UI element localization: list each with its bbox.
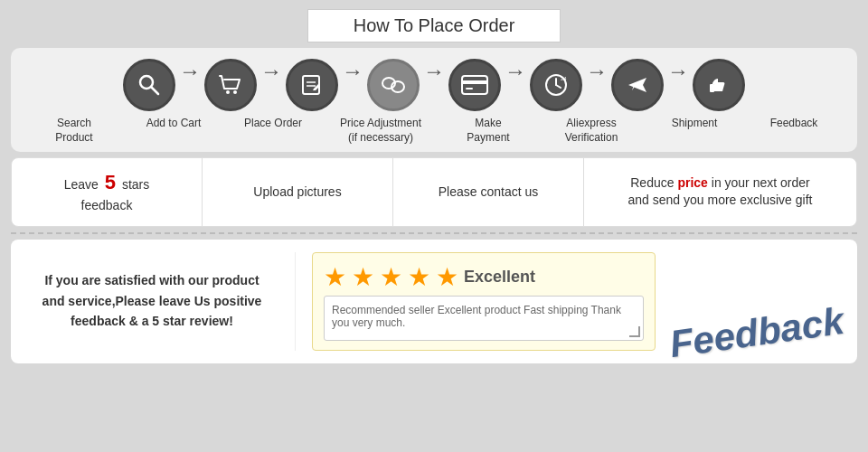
step-price <box>367 59 420 111</box>
step-shipment <box>611 59 664 111</box>
stars-row: ★ ★ ★ ★ ★ Excellent <box>324 262 644 292</box>
step-search <box>123 59 175 111</box>
search-icon <box>123 59 175 111</box>
svg-rect-9 <box>462 76 487 94</box>
benefit-reward: Reduce price in your next orderand send … <box>584 158 856 225</box>
label-feedback: Feedback <box>757 117 831 131</box>
step-payment <box>448 59 501 111</box>
arrow-5: → <box>501 59 530 84</box>
steps-icons-row: → → <box>20 59 848 111</box>
svg-rect-4 <box>303 76 319 94</box>
clock-icon: 24 <box>530 59 582 111</box>
arrow-2: → <box>257 59 286 84</box>
review-text: Recommended seller Excellent product Fas… <box>332 304 621 329</box>
star-1: ★ <box>324 262 346 292</box>
star-5: ★ <box>436 262 458 292</box>
plane-icon <box>611 59 664 111</box>
bottom-section: If you are satisfied with our productand… <box>11 240 857 363</box>
cart-icon <box>204 59 257 111</box>
arrow-1: → <box>175 59 204 84</box>
card-icon <box>448 59 501 111</box>
edit-icon <box>286 59 338 111</box>
step-order <box>286 59 338 111</box>
label-order: Place Order <box>236 117 310 131</box>
benefit-stars: Leave 5 starsfeedback <box>12 158 203 225</box>
star-3: ★ <box>380 262 402 292</box>
svg-line-1 <box>151 87 158 94</box>
star-2: ★ <box>352 262 374 292</box>
benefit-contact: Please contact us <box>393 158 584 225</box>
label-payment: MakePayment <box>451 117 525 145</box>
benefits-row: Leave 5 starsfeedback Upload pictures Pl… <box>11 157 857 226</box>
divider <box>11 232 857 234</box>
arrow-3: → <box>338 59 367 84</box>
label-shipment: Shipment <box>657 117 731 131</box>
chat-icon <box>367 59 420 111</box>
label-price: Price Adjustment(if necessary) <box>335 117 426 145</box>
label-cart: Add to Cart <box>137 117 211 131</box>
vertical-divider <box>295 252 296 351</box>
title-text: How To Place Order <box>354 15 515 35</box>
svg-line-14 <box>556 85 561 88</box>
steps-section: → → <box>11 48 857 152</box>
arrow-6: → <box>582 59 611 84</box>
svg-point-2 <box>226 90 230 94</box>
label-verify: AliexpressVerification <box>551 117 632 145</box>
thumbup-icon <box>693 59 745 111</box>
svg-rect-10 <box>462 80 487 84</box>
step-cart <box>204 59 257 111</box>
excellent-label: Excellent <box>464 268 535 287</box>
svg-rect-11 <box>466 88 473 89</box>
steps-labels-row: SearchProduct Add to Cart Place Order Pr… <box>20 117 848 145</box>
arrow-7: → <box>664 59 693 84</box>
page-title: How To Place Order <box>307 9 561 42</box>
svg-text:24: 24 <box>561 76 567 81</box>
arrow-4: → <box>420 59 448 84</box>
benefit-upload: Upload pictures <box>203 158 393 225</box>
bottom-left-text: If you are satisfied with our productand… <box>25 252 278 351</box>
page-wrapper: How To Place Order → <box>0 0 868 452</box>
star-4: ★ <box>408 262 430 292</box>
step-feedback <box>693 59 745 111</box>
review-box[interactable]: Recommended seller Excellent product Fas… <box>324 296 644 341</box>
svg-point-3 <box>233 90 237 94</box>
svg-rect-16 <box>710 84 714 92</box>
label-search: SearchProduct <box>37 117 111 145</box>
step-verify: 24 <box>530 59 582 111</box>
